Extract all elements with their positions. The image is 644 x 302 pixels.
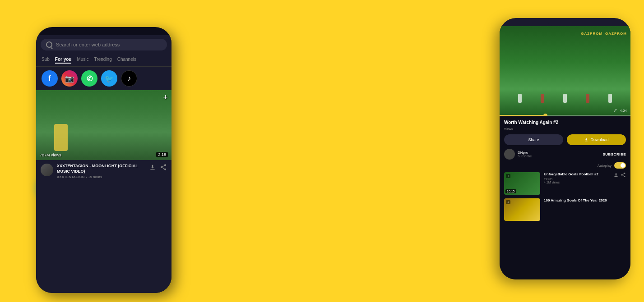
video-download-icon[interactable]: [149, 164, 156, 171]
rec-actions-1: [613, 172, 626, 178]
tab-trending[interactable]: Trending: [94, 56, 112, 64]
soccer-field-image: [36, 90, 171, 160]
phone-screen-back: GAZPROM GAZPROM 4:04 ⤢ Worth Wa: [500, 26, 630, 279]
share-button[interactable]: Share: [504, 134, 563, 145]
video-meta: XXXTENTACION - MOONLIGHT (OFFICIAL MUSIC…: [57, 164, 145, 179]
progress-fill: [500, 115, 546, 116]
sponsor-bar: GAZPROM GAZPROM: [500, 30, 630, 37]
back-lower-content: Worth Watching Again #2 views Share Down…: [500, 116, 630, 228]
rec-title-1: Unforgettable Goals Football #2: [544, 172, 610, 177]
rec-duration-1: 10:15: [505, 189, 516, 193]
video-share-icon[interactable]: [160, 164, 167, 171]
toggle-circle: [621, 163, 625, 168]
back-video-views: views: [504, 127, 626, 131]
phone-screen-front: Search or enter web address Sub For you …: [36, 35, 171, 293]
autoplay-row: Autoplay: [504, 162, 626, 169]
subscribe-button[interactable]: SUBSCRIBE: [602, 152, 626, 156]
rec-item-2[interactable]: + 100 Amazing Goals Of The Year 2020: [504, 198, 626, 221]
video-actions: [149, 164, 167, 171]
back-video-title: Worth Watching Again #2: [504, 120, 626, 125]
sponsor-label-1: GAZPROM: [581, 32, 602, 36]
rec-download-icon-1[interactable]: [613, 172, 619, 178]
channel-details: DNpro Subscribe: [518, 151, 532, 158]
search-placeholder: Search or enter web address: [56, 42, 120, 47]
download-button[interactable]: Download: [567, 134, 626, 145]
autoplay-toggle[interactable]: [614, 162, 626, 169]
video-card-front[interactable]: + 787M views 2:18 XXXTENTACION - MOONLIG…: [36, 90, 171, 183]
match-video-thumb: GAZPROM GAZPROM 4:04 ⤢: [500, 26, 630, 116]
search-bar[interactable]: Search or enter web address: [41, 39, 167, 50]
channel-row: DNpro Subscribe SUBSCRIBE: [504, 149, 626, 160]
instagram-icon[interactable]: 📷: [61, 70, 78, 87]
phone-notch-back: [547, 18, 583, 26]
rec-share-icon-1[interactable]: [621, 172, 626, 178]
video-title: XXXTENTACION - MOONLIGHT (OFFICIAL MUSIC…: [57, 164, 145, 174]
rec-item-1[interactable]: 10:15 + Unforgettable Goals Football #2 …: [504, 172, 626, 195]
phone-back: GAZPROM GAZPROM 4:04 ⤢ Worth Wa: [500, 18, 630, 279]
goalkeeper-silhouette: [54, 124, 68, 151]
whatsapp-icon[interactable]: ✆: [81, 70, 97, 87]
progress-dot: [543, 114, 547, 116]
rec-add-icon-2[interactable]: +: [506, 200, 510, 204]
video-views-count: 787M views: [40, 153, 61, 157]
tab-for-you[interactable]: For you: [55, 56, 72, 64]
rec-thumb-2: +: [504, 198, 540, 221]
tab-channels[interactable]: Channels: [117, 56, 136, 64]
social-icons-row: f 📷 ✆ 🐦 ♪: [36, 67, 171, 90]
channel-info: DNpro Subscribe: [504, 149, 532, 160]
players-decoration: [509, 94, 621, 103]
rec-views-1: 4.1M views: [544, 181, 610, 184]
twitter-icon[interactable]: 🐦: [101, 70, 117, 87]
expand-icon[interactable]: ⤢: [613, 108, 617, 113]
download-btn-icon: [584, 137, 588, 142]
subscribe-hint: Subscribe: [518, 155, 532, 158]
tab-music[interactable]: Music: [77, 56, 88, 64]
video-duration-badge: 2:18: [156, 152, 168, 157]
rec-add-icon-1[interactable]: +: [506, 174, 510, 178]
download-button-label: Download: [590, 137, 608, 142]
sponsor-label-2: GAZPROM: [605, 32, 627, 36]
tab-sub[interactable]: Sub: [42, 56, 50, 64]
match-field: GAZPROM GAZPROM: [500, 26, 630, 116]
phone-notch-front: [86, 27, 122, 35]
video-thumbnail: + 787M views 2:18: [36, 90, 171, 160]
video-progress-bar[interactable]: [500, 115, 630, 116]
search-icon: [46, 41, 52, 48]
rec-thumb-1: 10:15 +: [504, 172, 540, 195]
rec-info-1: Unforgettable Goals Football #2 TKHD 4.1…: [544, 172, 610, 184]
rec-channel-1: TKHD: [544, 178, 610, 181]
channel-name: DNpro: [518, 151, 532, 155]
rec-title-2: 100 Amazing Goals Of The Year 2020: [544, 198, 626, 203]
phone-front: Search or enter web address Sub For you …: [36, 27, 171, 293]
tabs-row: Sub For you Music Trending Channels: [36, 54, 171, 67]
share-download-row: Share Download: [504, 134, 626, 145]
video-channel: XXXTENTACION • 15 hours: [57, 175, 145, 179]
rec-info-2: 100 Amazing Goals Of The Year 2020: [544, 198, 626, 203]
video-info-row: XXXTENTACION - MOONLIGHT (OFFICIAL MUSIC…: [36, 160, 171, 183]
tiktok-icon[interactable]: ♪: [121, 70, 137, 87]
video-time-label: 4:04: [620, 109, 627, 113]
channel-avatar: [41, 164, 53, 176]
add-to-playlist-icon[interactable]: +: [163, 93, 168, 102]
channel-avatar-back: [504, 149, 515, 160]
autoplay-label: Autoplay: [598, 164, 612, 168]
facebook-icon[interactable]: f: [42, 70, 58, 87]
